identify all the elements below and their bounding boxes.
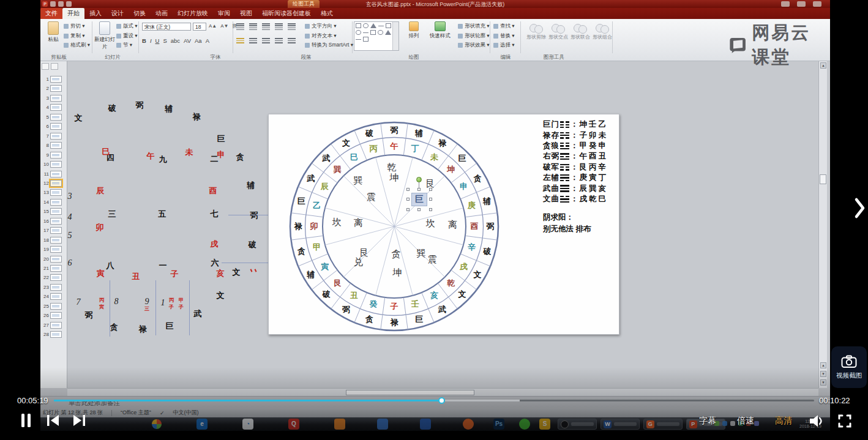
line-spacing-icon[interactable] xyxy=(288,23,296,30)
font-style-S[interactable]: S xyxy=(163,37,166,44)
scroll-down-icon[interactable]: ▼ xyxy=(820,379,826,386)
shapes-gallery-scrollbar[interactable] xyxy=(392,22,398,50)
editing-替换[interactable]: 替换 ▾ xyxy=(493,32,515,40)
resize-handle[interactable] xyxy=(429,198,432,201)
resize-handle[interactable] xyxy=(406,188,410,191)
next-slide-icon[interactable]: ▼ xyxy=(820,371,826,377)
slide-thumbnail-21[interactable]: 21 xyxy=(40,264,67,273)
slides-重设[interactable]: 重设 ▾ xyxy=(116,32,138,40)
minimize-button[interactable] xyxy=(781,1,790,7)
font-style-Aa[interactable]: Aa xyxy=(195,37,202,44)
tab-开始[interactable]: 开始 xyxy=(62,8,84,19)
resize-handle[interactable] xyxy=(429,208,432,211)
slide-thumbnail-28[interactable]: 28 xyxy=(40,330,67,339)
video-frame[interactable]: P 玄谷风水图鉴.pptx - Microsoft PowerPoint(产品激… xyxy=(40,0,830,431)
taskbar-photoshop[interactable]: Ps xyxy=(493,419,504,430)
shape-op-形状联合[interactable]: 形状联合 xyxy=(569,24,591,40)
tab-文件[interactable]: 文件 xyxy=(40,8,62,19)
taskbar-video-editor[interactable] xyxy=(377,419,388,430)
slides-节[interactable]: 节 ▾ xyxy=(116,42,138,49)
paragraph-文字方向[interactable]: 文字方向 ▾ xyxy=(305,23,353,30)
slide-thumbnail-3[interactable]: 3 xyxy=(40,94,67,103)
shape-format-形状轮廓[interactable]: 形状轮廓 ▾ xyxy=(458,32,490,40)
taskbar-internet-explorer[interactable]: e xyxy=(196,419,208,430)
slide-thumbnail-12[interactable]: 12 xyxy=(40,179,67,188)
indent-decrease-icon[interactable] xyxy=(262,23,270,30)
arrange-button[interactable]: 排列 xyxy=(404,21,424,40)
tab-幻灯片放映[interactable]: 幻灯片放映 xyxy=(173,8,213,19)
window-controls[interactable] xyxy=(781,1,821,7)
clipboard-剪切[interactable]: 剪切 ▾ xyxy=(64,23,90,30)
taskbar-media-app[interactable] xyxy=(420,419,431,430)
slide-thumbnail-22[interactable]: 22 xyxy=(40,273,67,282)
slide-thumbnail-8[interactable]: 8 xyxy=(40,141,67,150)
slide-thumbnail-15[interactable]: 15 xyxy=(40,207,67,216)
previous-slide-icon[interactable]: ▲ xyxy=(820,362,826,368)
next-button[interactable] xyxy=(72,414,86,430)
slide-thumbnail-2[interactable]: 2 xyxy=(40,84,67,93)
tray-icon[interactable] xyxy=(722,421,727,426)
indent-increase-icon[interactable] xyxy=(275,23,283,30)
font-style-B[interactable]: B xyxy=(142,37,146,44)
tab-动画[interactable]: 动画 xyxy=(151,8,173,19)
shape-format-形状填充[interactable]: 形状填充 ▾ xyxy=(458,23,490,30)
slides-版式[interactable]: 版式 ▾ xyxy=(116,23,138,30)
selected-textbox[interactable]: 巨 xyxy=(408,189,431,210)
editing-canvas[interactable]: 文破弼辅禄巨四九二贪辅三五七弼破八一六文文弼贪禄巨武巳午未申辰酉卯戌寅丑子亥34… xyxy=(67,61,818,388)
slide-thumbnail-17[interactable]: 17 xyxy=(40,226,67,235)
previous-button[interactable] xyxy=(47,414,60,430)
font-style-abc[interactable]: abc xyxy=(171,37,180,44)
shape-op-形状组合[interactable]: 形状组合 xyxy=(591,24,613,40)
tray-icon[interactable] xyxy=(730,421,735,426)
align-center-icon[interactable] xyxy=(249,38,257,45)
slide-thumbnail-19[interactable]: 19 xyxy=(40,245,67,254)
tab-福昕阅读器创建板[interactable]: 福昕阅读器创建板 xyxy=(257,8,316,19)
slide-thumbnail-27[interactable]: 27 xyxy=(40,321,67,330)
quick-styles-button[interactable]: 快速样式 xyxy=(426,21,454,40)
side-panel-toggle[interactable] xyxy=(853,196,867,223)
language-indicator[interactable]: 中文(中国) xyxy=(173,409,198,417)
tab-审阅[interactable]: 审阅 xyxy=(213,8,235,19)
subtitle-button[interactable]: 字幕 xyxy=(699,416,716,427)
shape-op-形状剪除[interactable]: 形状剪除 xyxy=(525,24,547,40)
slide-thumbnail-6[interactable]: 6 xyxy=(40,122,67,131)
font-name-combo[interactable]: 宋体 (正文) xyxy=(142,23,191,31)
taskbar-word-window[interactable]: W xyxy=(600,419,640,430)
quality-button[interactable]: 高清 xyxy=(775,416,792,427)
clipboard-复制[interactable]: 复制 ▾ xyxy=(64,32,90,40)
paste-button[interactable]: 粘贴 xyxy=(44,21,62,43)
slide-thumbnail-10[interactable]: 10 xyxy=(40,160,67,169)
tab-切换[interactable]: 切换 xyxy=(129,8,151,19)
slides-tab-icon[interactable] xyxy=(42,63,49,70)
taskbar-obs-window[interactable] xyxy=(558,419,597,430)
horizontal-scrollbar[interactable] xyxy=(67,388,818,396)
resize-handle[interactable] xyxy=(429,188,432,191)
editing-查找[interactable]: 查找 ▾ xyxy=(493,23,515,30)
shrink-font-icon[interactable]: A▼ xyxy=(220,23,228,29)
editing-选择[interactable]: 选择 ▾ xyxy=(493,42,515,49)
shape-op-形状交点[interactable]: 形状交点 xyxy=(547,24,569,40)
paragraph-对齐文本[interactable]: 对齐文本 ▾ xyxy=(305,32,353,40)
slide-thumbnail-25[interactable]: 25 xyxy=(40,302,67,311)
taskbar-wechat[interactable] xyxy=(519,419,530,430)
slide-thumbnail-20[interactable]: 20 xyxy=(40,255,67,264)
resize-handle[interactable] xyxy=(417,188,421,191)
paragraph-转换为 SmartArt[interactable]: 转换为 SmartArt ▾ xyxy=(305,42,353,49)
slide-thumbnail-23[interactable]: 23 xyxy=(40,283,67,292)
taskbar-windows-start[interactable] xyxy=(152,419,162,429)
tab-设计[interactable]: 设计 xyxy=(107,8,129,19)
selected-textbox-text[interactable]: 巨 xyxy=(411,193,427,206)
font-style-I[interactable]: I xyxy=(150,37,152,44)
resize-handle[interactable] xyxy=(406,208,410,211)
slide-thumbnail-16[interactable]: 16 xyxy=(40,217,67,226)
pause-button[interactable] xyxy=(20,414,32,430)
notes-pane[interactable]: 单击此处添加备注 xyxy=(40,396,830,408)
align-right-icon[interactable] xyxy=(262,38,270,45)
slide-thumbnail-9[interactable]: 9 xyxy=(40,151,67,160)
font-style-U[interactable]: U xyxy=(155,37,160,44)
slide-thumbnail-18[interactable]: 18 xyxy=(40,236,67,245)
new-slide-button[interactable]: 新建幻灯片 xyxy=(94,21,115,51)
resize-handle[interactable] xyxy=(417,208,421,211)
slide[interactable]: 弼辅禄巨贪辅弼破文文武巨禄贪弼破辅贪禄巨武武文破午丁未坤申庚酉辛戌乾亥壬子癸丑艮… xyxy=(268,114,619,335)
font-style-AV[interactable]: AV xyxy=(184,37,191,44)
